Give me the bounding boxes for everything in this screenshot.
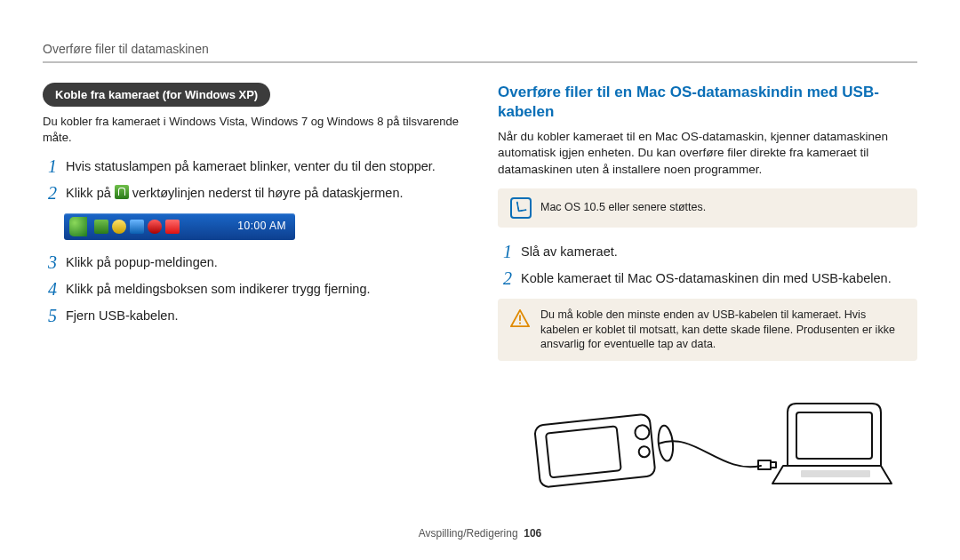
usb-connection-illustration-svg	[516, 377, 899, 510]
right-column: Overføre filer til en Mac OS-datamaskind…	[498, 83, 917, 510]
page-number: 106	[524, 527, 541, 540]
svg-rect-4	[546, 427, 621, 478]
svg-rect-2	[519, 322, 521, 324]
network-icon	[165, 220, 180, 234]
step-text: Slå av kameraet.	[521, 242, 618, 261]
svg-rect-1	[519, 315, 521, 320]
step-number: 2	[43, 183, 57, 203]
section-heading: Overføre filer til en Mac OS-datamaskind…	[498, 83, 917, 122]
step-text: Klikk på meldingsboksen som indikerer tr…	[66, 279, 371, 299]
step-text-post: verktøylinjen nederst til høyre på datas…	[132, 186, 404, 200]
step-item: 3 Klikk på popup-meldingen.	[43, 252, 462, 272]
svg-rect-10	[796, 412, 872, 459]
step-text: Klikk på verktøylinjen nederst til høyre…	[66, 183, 403, 203]
svg-point-5	[635, 425, 651, 441]
step-text: Koble kameraet til Mac OS-datamaskinen d…	[521, 268, 892, 288]
step-number: 2	[498, 268, 512, 288]
page-footer: Avspilling/Redigering 106	[0, 526, 960, 540]
taskbar-tray-icons	[69, 217, 180, 236]
step-item: 5 Fjern USB-kabelen.	[43, 306, 462, 325]
manual-page: Overføre filer til datamaskinen Koble fr…	[0, 0, 960, 560]
camera-to-laptop-diagram	[498, 377, 917, 510]
section-pill: Koble fra kameraet (for Windows XP)	[43, 83, 270, 108]
step-number: 1	[43, 156, 57, 176]
taskbar-clock: 10:00 AM	[237, 219, 286, 233]
note-icon	[510, 197, 532, 219]
step-item: 1 Hvis statuslampen på kameraet blinker,…	[43, 156, 462, 176]
step-text: Fjern USB-kabelen.	[66, 306, 179, 325]
start-button-icon	[69, 217, 87, 236]
warning-text: Du må koble den minste enden av USB-kabe…	[540, 308, 905, 353]
footer-section: Avspilling/Redigering	[419, 527, 518, 540]
display-icon	[130, 220, 144, 234]
note-box: Mac OS 10.5 eller senere støttes.	[498, 188, 917, 228]
steps-list-left-a: 1 Hvis statuslampen på kameraet blinker,…	[43, 156, 462, 203]
steps-list-left-b: 3 Klikk på popup-meldingen. 4 Klikk på m…	[43, 252, 462, 325]
step-item: 4 Klikk på meldingsboksen som indikerer …	[43, 279, 462, 299]
svg-point-6	[638, 446, 650, 458]
content-columns: Koble fra kameraet (for Windows XP) Du k…	[43, 83, 917, 510]
step-text: Klikk på popup-meldingen.	[66, 252, 218, 272]
steps-list-right: 1 Slå av kameraet. 2 Koble kameraet til …	[498, 242, 917, 288]
step-text: Hvis statuslampen på kameraet blinker, v…	[66, 156, 436, 176]
breadcrumb: Overføre filer til datamaskinen	[43, 41, 917, 58]
left-column: Koble fra kameraet (for Windows XP) Du k…	[43, 83, 462, 510]
svg-rect-8	[758, 460, 771, 469]
paragraph: Når du kobler kameraet til en Mac OS-dat…	[498, 129, 917, 178]
intro-text: Du kobler fra kameraet i Windows Vista, …	[43, 114, 462, 145]
step-item: 2 Klikk på verktøylinjen nederst til høy…	[43, 183, 462, 203]
step-number: 4	[43, 279, 57, 299]
volume-icon	[148, 220, 162, 234]
note-text: Mac OS 10.5 eller senere støttes.	[540, 200, 706, 215]
safely-remove-icon	[115, 185, 129, 199]
svg-rect-9	[771, 462, 776, 468]
step-item: 2 Koble kameraet til Mac OS-datamaskinen…	[498, 268, 917, 288]
step-number: 5	[43, 306, 57, 325]
header-rule	[43, 61, 917, 63]
warning-triangle-icon	[510, 309, 530, 327]
safely-remove-icon	[94, 220, 108, 234]
step-text-pre: Klikk på	[66, 186, 115, 200]
step-number: 1	[498, 242, 512, 261]
step-number: 3	[43, 252, 57, 272]
windows-taskbar-illustration: 10:00 AM	[64, 213, 295, 240]
svg-rect-11	[801, 470, 870, 477]
shield-icon	[112, 220, 126, 234]
warning-box: Du må koble den minste enden av USB-kabe…	[498, 299, 917, 362]
step-item: 1 Slå av kameraet.	[498, 242, 917, 261]
